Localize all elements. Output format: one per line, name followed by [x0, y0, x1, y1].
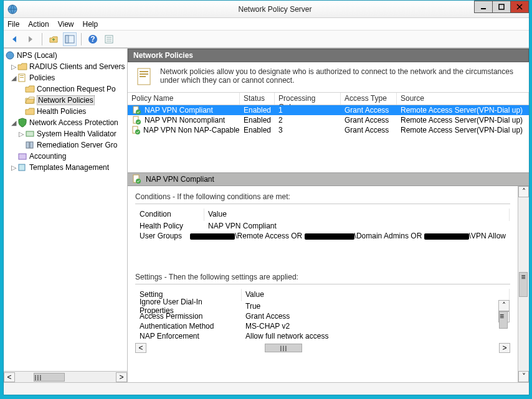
svg-rect-19 — [30, 142, 33, 148]
tree-remediation[interactable]: Remediation Server Gro — [4, 139, 127, 151]
body: NPS (Local) ▷ RADIUS Clients and Servers… — [4, 48, 529, 382]
detail-vscrollbar[interactable]: ˄ ≡ ˅ — [518, 186, 529, 382]
detail-title: NAP VPN Compliant — [146, 175, 214, 184]
close-button[interactable] — [510, 1, 529, 13]
tree-templates[interactable]: ▷ Templates Management — [4, 162, 127, 173]
tree-health-policies[interactable]: Health Policies — [4, 106, 127, 117]
tree-network-policies[interactable]: Network Policies — [4, 95, 127, 106]
tree-radius[interactable]: ▷ RADIUS Clients and Servers — [4, 61, 127, 72]
accounting-icon — [17, 151, 27, 161]
templates-icon — [17, 162, 27, 172]
menu-view[interactable]: View — [58, 20, 74, 29]
condition-row[interactable]: Health Policy NAP VPN Compliant — [136, 221, 510, 231]
forward-button[interactable] — [24, 32, 37, 46]
tree-pane: NPS (Local) ▷ RADIUS Clients and Servers… — [4, 49, 128, 382]
scroll-thumb[interactable]: ⁞⁞⁞ — [265, 344, 302, 352]
policy-row[interactable]: NAP VPN Non NAP-Capable Enabled 3 Grant … — [128, 125, 529, 135]
maximize-button[interactable] — [492, 1, 511, 13]
console-tree[interactable]: NPS (Local) ▷ RADIUS Clients and Servers… — [4, 49, 127, 371]
setting-row[interactable]: Authentication MethodMS-CHAP v2 — [136, 321, 510, 331]
folder-icon — [17, 62, 27, 72]
policy-icon — [131, 105, 141, 115]
col-access[interactable]: Access Type — [341, 93, 397, 105]
properties-button[interactable] — [102, 32, 116, 46]
expand-icon[interactable]: ▷ — [10, 164, 17, 172]
scroll-down-button[interactable]: ˅ — [518, 371, 529, 382]
expand-icon[interactable]: ▷ — [17, 130, 25, 138]
svg-point-33 — [136, 179, 141, 184]
svg-point-31 — [135, 129, 140, 134]
validator-icon — [25, 129, 35, 139]
col-condition[interactable]: Condition — [136, 209, 204, 221]
window-title: Network Policy Server — [21, 5, 529, 14]
tree-nap[interactable]: ◢ Network Access Protection — [4, 117, 127, 128]
tree-policies[interactable]: ◢ Policies — [4, 72, 127, 83]
policy-row[interactable]: NAP VPN Compliant Enabled 1 Grant Access… — [128, 105, 529, 115]
minimize-button[interactable] — [474, 1, 493, 13]
scroll-right-button[interactable]: > — [116, 372, 127, 382]
detail-content: Conditions - If the following conditions… — [128, 186, 518, 382]
col-value[interactable]: Value — [204, 209, 510, 221]
policy-icon — [131, 174, 141, 184]
tree-root[interactable]: NPS (Local) — [4, 50, 127, 61]
setting-row[interactable]: Access PermissionGrant Access — [136, 311, 510, 321]
svg-point-13 — [6, 52, 14, 59]
detail-hscrollbar[interactable]: < ⁞⁞⁞ > — [135, 343, 510, 354]
svg-point-29 — [136, 120, 141, 124]
intro-text: Network policies allow you to designate … — [160, 67, 523, 85]
policy-row[interactable]: NAP VPN Noncompliant Enabled 2 Grant Acc… — [128, 115, 529, 125]
scroll-track[interactable]: ⁞⁞⁞ — [15, 372, 116, 382]
col-policy-name[interactable]: Policy Name — [128, 93, 240, 105]
details-pane: Network Policies Network policies allow … — [128, 49, 529, 382]
settings-table: Setting Value Ignore User Dial-In Proper… — [135, 288, 510, 342]
menubar: File Action View Help — [4, 18, 529, 31]
redacted-text — [305, 233, 354, 240]
scroll-right-button[interactable]: > — [499, 343, 510, 353]
divider — [135, 284, 510, 284]
menu-file[interactable]: File — [7, 20, 19, 29]
divider — [135, 204, 510, 204]
redacted-text — [190, 233, 235, 240]
settings-vscrollbar[interactable]: ˄ ≡ ˅ — [498, 300, 510, 330]
setting-row[interactable]: Ignore User Dial-In PropertiesTrue — [136, 301, 510, 311]
col-source[interactable]: Source — [397, 93, 529, 105]
shield-icon — [17, 118, 27, 128]
scroll-thumb[interactable]: ⁞⁞⁞ — [34, 373, 65, 382]
tree-shv[interactable]: ▷ System Health Validator — [4, 128, 127, 139]
scroll-left-button[interactable]: < — [4, 372, 15, 382]
setting-row[interactable]: NAP EnforcementAllow full network access — [136, 331, 510, 341]
section-title: Network Policies — [128, 49, 529, 62]
scroll-left-button[interactable]: < — [135, 343, 146, 353]
scroll-up-button[interactable]: ˄ — [518, 186, 529, 197]
policies-icon — [17, 73, 27, 83]
help-button[interactable]: ? — [86, 32, 100, 46]
collapse-icon[interactable]: ◢ — [10, 74, 17, 82]
show-hide-tree-button[interactable] — [63, 32, 77, 46]
svg-rect-15 — [20, 75, 24, 76]
svg-rect-6 — [65, 35, 69, 43]
conditions-table: Condition Value Health Policy NAP VPN Co… — [135, 208, 510, 242]
policy-icon — [131, 115, 141, 125]
scroll-up-button[interactable]: ˄ — [498, 300, 510, 311]
policy-list[interactable]: NAP VPN Compliant Enabled 1 Grant Access… — [128, 105, 529, 172]
collapse-icon[interactable]: ◢ — [10, 119, 17, 127]
back-button[interactable] — [7, 32, 21, 46]
scroll-thumb[interactable]: ≡ — [499, 311, 508, 329]
svg-rect-21 — [19, 164, 25, 171]
tree-accounting[interactable]: Accounting — [4, 151, 127, 162]
tree-hscrollbar[interactable]: < ⁞⁞⁞ > — [4, 371, 127, 382]
scroll-thumb[interactable]: ≡ — [519, 272, 528, 297]
menu-action[interactable]: Action — [28, 20, 49, 29]
up-folder-button[interactable] — [47, 32, 60, 46]
condition-row[interactable]: User Groups \Remote Access OR \Domain Ad… — [136, 231, 510, 241]
menu-help[interactable]: Help — [83, 20, 98, 29]
tree-conn-req[interactable]: Connection Request Po — [4, 83, 127, 95]
col-value[interactable]: Value — [242, 289, 510, 301]
col-order[interactable]: Processing Order — [275, 93, 341, 105]
col-status[interactable]: Status — [240, 93, 275, 105]
svg-rect-18 — [26, 142, 29, 148]
expand-icon[interactable]: ▷ — [10, 63, 17, 71]
settings-label: Settings - Then the following settings a… — [135, 273, 510, 281]
app-icon — [7, 4, 17, 14]
titlebar[interactable]: Network Policy Server — [4, 1, 529, 18]
